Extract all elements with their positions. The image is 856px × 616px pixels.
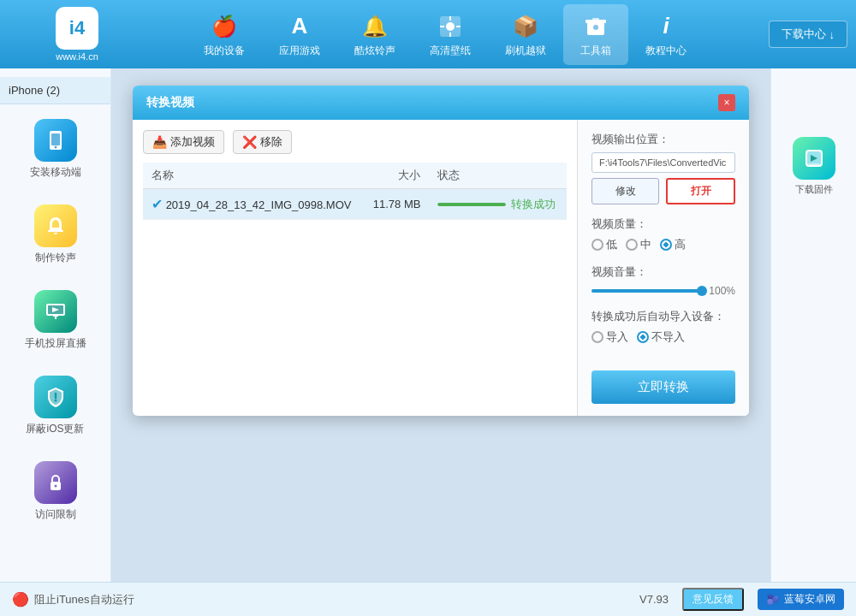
remove-label: 移除 [260, 134, 282, 150]
col-size-header: 大小 [364, 163, 430, 189]
nav-item-jailbreak[interactable]: 📦 刷机越狱 [488, 4, 563, 65]
download-firmware-icon [793, 137, 835, 180]
nav-bar: 🍎 我的设备 A 应用游戏 🔔 酷炫铃声 高清壁纸 📦 刷机越狱 工具箱 [146, 4, 745, 65]
quality-options: 低 中 高 [591, 237, 735, 252]
nav-item-my-device[interactable]: 🍎 我的设备 [187, 4, 262, 65]
logo-icon: i4 [56, 7, 98, 50]
quality-label: 视频质量： [591, 216, 735, 232]
sidebar: iPhone (2) 安装移动端 制作铃声 手机投屏直播 屏蔽iOS更新 [0, 68, 111, 582]
auto-import-label: 转换成功后自动导入设备： [591, 309, 735, 324]
nav-item-tutorials[interactable]: i 教程中心 [628, 4, 704, 65]
header-right: 下载中心 ↓ [745, 21, 847, 48]
quality-high-label: 高 [675, 237, 686, 252]
add-video-icon: 📥 [152, 135, 167, 149]
import-no[interactable]: 不导入 [637, 329, 685, 345]
dialog-toolbar: 📥 添加视频 ❌ 移除 [143, 130, 567, 154]
download-firmware-label: 下载固件 [795, 183, 833, 196]
sidebar-label-make-ringtone: 制作铃声 [35, 251, 76, 265]
modify-path-button[interactable]: 修改 [591, 178, 659, 204]
col-status-header: 状态 [429, 163, 567, 189]
sidebar-label-install-mobile: 安装移动端 [30, 165, 81, 180]
right-item-download-firmware[interactable]: 下载固件 [793, 137, 835, 196]
nav-icon-toolbox [580, 11, 611, 42]
download-center-label: 下载中心 [782, 27, 826, 42]
install-mobile-icon [34, 119, 77, 162]
main-area: iPhone (2) 安装移动端 制作铃声 手机投屏直播 屏蔽iOS更新 [0, 68, 856, 582]
radio-no-import-circle [637, 331, 649, 343]
nav-icon-app-games: A [284, 11, 315, 42]
file-table: 名称 大小 状态 ✔ 2019_04_28_13_42_IMG_0998.MOV [143, 163, 567, 220]
quality-mid[interactable]: 中 [626, 237, 651, 252]
nav-icon-my-device: 🍎 [209, 11, 240, 42]
remove-icon: ❌ [242, 135, 257, 149]
table-row[interactable]: ✔ 2019_04_28_13_42_IMG_0998.MOV 11.78 MB [143, 189, 567, 220]
svg-point-20 [54, 485, 56, 488]
output-path-label: 视频输出位置： [591, 132, 735, 147]
stop-itunes-label: 阻止iTunes自动运行 [34, 592, 134, 607]
dialog-close-button[interactable]: × [718, 94, 735, 111]
radio-mid-circle [626, 239, 638, 251]
convert-button[interactable]: 立即转换 [591, 370, 735, 404]
sidebar-label-hide-ios: 屏蔽iOS更新 [26, 422, 84, 436]
radio-import-circle [591, 331, 603, 343]
auto-import-setting: 转换成功后自动导入设备： 导入 不导入 [591, 309, 735, 345]
access-limit-icon [34, 461, 77, 504]
logo-box: i4 [47, 7, 107, 50]
version-label: V7.93 [639, 593, 669, 606]
device-tab-label: iPhone (2) [9, 84, 60, 97]
nav-icon-tutorials: i [651, 11, 681, 42]
content-area: 转换视频 × 📥 添加视频 ❌ [111, 68, 770, 582]
status-text: 转换成功 [511, 197, 556, 212]
table-cell-size: 11.78 MB [364, 189, 430, 220]
download-center-button[interactable]: 下载中心 ↓ [769, 21, 848, 48]
dialog-file-area: 📥 添加视频 ❌ 移除 名称 [133, 120, 578, 416]
volume-slider-track[interactable] [591, 289, 702, 293]
nav-label-jailbreak: 刷机越狱 [505, 44, 546, 58]
feedback-button[interactable]: 意见反馈 [682, 588, 744, 611]
radio-high-circle [660, 239, 672, 251]
progress-container: 转换成功 [437, 197, 558, 212]
col-name-header: 名称 [143, 163, 364, 189]
logo-text: i4 [69, 17, 85, 39]
convert-video-dialog: 转换视频 × 📥 添加视频 ❌ [133, 86, 749, 416]
svg-point-8 [593, 25, 598, 30]
quality-high[interactable]: 高 [660, 237, 686, 252]
quality-low-label: 低 [606, 237, 617, 252]
dialog-settings: 视频输出位置： 修改 打开 视频质量： [578, 120, 749, 416]
svg-rect-10 [51, 133, 60, 145]
nav-item-wallpaper[interactable]: 高清壁纸 [413, 4, 488, 65]
sidebar-item-access-limit[interactable]: 访问限制 [9, 451, 103, 532]
check-icon: ✔ [152, 197, 163, 211]
download-arrow-icon: ↓ [829, 28, 835, 41]
dialog-title-bar: 转换视频 × [133, 86, 749, 120]
sidebar-item-make-ringtone[interactable]: 制作铃声 [9, 194, 103, 275]
logo-area: i4 www.i4.cn [9, 7, 146, 62]
nav-icon-wallpaper [435, 11, 466, 42]
blueberry-label: 蓝莓安卓网 [784, 592, 835, 607]
add-video-button[interactable]: 📥 添加视频 [143, 130, 224, 154]
quality-low[interactable]: 低 [591, 237, 617, 252]
output-path-input[interactable] [591, 152, 735, 173]
sidebar-label-access-limit: 访问限制 [35, 507, 76, 522]
import-yes[interactable]: 导入 [591, 329, 628, 345]
path-buttons: 修改 打开 [591, 178, 735, 204]
nav-item-toolbox[interactable]: 工具箱 [563, 4, 628, 65]
stop-itunes-icon: 🔴 [12, 591, 29, 607]
sidebar-item-screen-mirror[interactable]: 手机投屏直播 [9, 280, 103, 361]
device-tab[interactable]: iPhone (2) [0, 77, 110, 104]
volume-slider-thumb[interactable] [697, 286, 707, 296]
nav-item-ringtones[interactable]: 🔔 酷炫铃声 [337, 4, 413, 65]
sidebar-item-hide-ios[interactable]: 屏蔽iOS更新 [9, 365, 103, 447]
open-folder-button[interactable]: 打开 [666, 178, 735, 204]
ringtone-icon [34, 204, 77, 247]
modal-overlay: 转换视频 × 📥 添加视频 ❌ [111, 68, 770, 582]
sidebar-item-install-mobile[interactable]: 安装移动端 [9, 109, 103, 190]
file-name: 2019_04_28_13_42_IMG_0998.MOV [166, 198, 352, 211]
volume-label: 视频音量： [591, 264, 735, 280]
import-no-label: 不导入 [651, 329, 685, 345]
nav-icon-ringtones: 🔔 [360, 11, 390, 42]
remove-video-button[interactable]: ❌ 移除 [233, 130, 292, 154]
import-options: 导入 不导入 [591, 329, 735, 345]
nav-item-app-games[interactable]: A 应用游戏 [262, 4, 337, 65]
statusbar-right: V7.93 意见反馈 🫐 蓝莓安卓网 [639, 588, 844, 611]
